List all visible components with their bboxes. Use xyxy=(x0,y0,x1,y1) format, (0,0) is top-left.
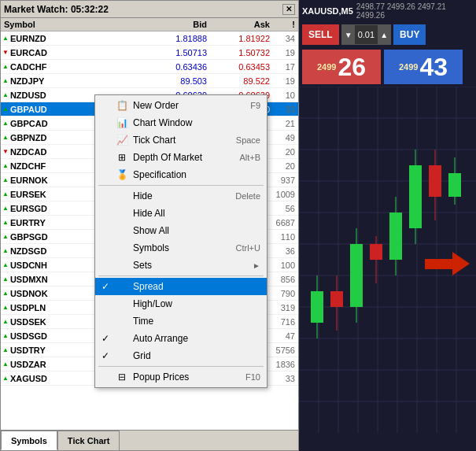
menu-item-hide[interactable]: HideDelete xyxy=(95,187,267,205)
arrow-annotation xyxy=(425,252,470,275)
menu-item-tick-chart[interactable]: 📈Tick ChartSpace xyxy=(95,131,267,149)
spread-value: 20 xyxy=(273,161,297,171)
menu-item-chart-window[interactable]: 📊Chart Window xyxy=(95,114,267,131)
submenu-arrow-icon: ► xyxy=(253,261,260,270)
sell-price-big: 26 xyxy=(338,54,366,79)
bid-price: 1.50713 xyxy=(147,48,210,57)
bid-price: 1.81888 xyxy=(147,34,210,43)
menu-label: Show All xyxy=(133,225,169,236)
spread-value: 319 xyxy=(273,303,297,312)
arrow-up-icon: ▲ xyxy=(2,332,9,339)
main-container: Market Watch: 05:32:22 ✕ Symbol Bid Ask … xyxy=(0,0,476,451)
shortcut-label: Delete xyxy=(235,191,260,201)
symbol-row[interactable]: ▲ CADCHF 0.63436 0.63453 17 xyxy=(1,60,298,74)
close-button[interactable]: ✕ xyxy=(282,4,295,15)
menu-label: Auto Arrange xyxy=(133,333,188,344)
empty-icon xyxy=(116,259,128,272)
shortcut-label: Ctrl+U xyxy=(236,243,260,253)
chart-header: XAUUSD,M5 2498.77 2499.26 2497.21 2499.2… xyxy=(299,0,476,22)
symbol-row[interactable]: ▲ NZDJPY 89.503 89.522 19 xyxy=(1,74,298,88)
spec-icon: 🏅 xyxy=(116,168,128,181)
menu-item-auto-arrange[interactable]: ✓Auto Arrange xyxy=(95,330,267,347)
arrow-up-icon: ▲ xyxy=(2,176,9,183)
arrow-up-icon: ▲ xyxy=(2,35,9,42)
menu-item-hide-all[interactable]: Hide All xyxy=(95,205,267,222)
chart-area: XAUUSD,M5 2498.77 2499.26 2497.21 2499.2… xyxy=(299,0,476,451)
arrow-down-icon: ▼ xyxy=(2,148,9,155)
chart-icon: 📊 xyxy=(116,116,128,129)
chart-symbol: XAUUSD,M5 xyxy=(302,6,353,16)
empty-icon xyxy=(116,349,128,362)
menu-label: Hide xyxy=(133,190,153,201)
chart-prices: 2498.77 2499.26 2497.21 2499.26 xyxy=(356,2,473,20)
tick-icon: 📈 xyxy=(116,134,128,146)
menu-separator xyxy=(98,275,264,276)
menu-item-depth-market[interactable]: ⊞Depth Of MarketAlt+B xyxy=(95,149,267,166)
column-headers: Symbol Bid Ask ! xyxy=(1,18,298,31)
symbol-row[interactable]: ▼ EURCAD 1.50713 1.50732 19 xyxy=(1,46,298,60)
col-ask: Ask xyxy=(210,19,273,30)
menu-item-specification[interactable]: 🏅Specification xyxy=(95,166,267,183)
buy-button[interactable]: BUY xyxy=(393,24,426,45)
order-icon: 📋 xyxy=(116,99,128,112)
spread-value: 5756 xyxy=(273,346,297,355)
arrow-up-icon: ▲ xyxy=(2,219,9,226)
bottom-tabs: Symbols Tick Chart xyxy=(1,430,298,450)
spread-value: 1009 xyxy=(273,190,297,199)
arrow-up-icon: ▲ xyxy=(2,205,9,212)
spread-value: 33 xyxy=(273,374,297,383)
buy-price-main: 2499 xyxy=(399,62,418,72)
menu-item-high-low[interactable]: High/Low xyxy=(95,295,267,312)
menu-item-time[interactable]: Time xyxy=(95,312,267,330)
spread-value: 56 xyxy=(273,204,297,213)
tab-tick-chart[interactable]: Tick Chart xyxy=(57,431,120,450)
check-mark: ✓ xyxy=(101,333,114,344)
spread-value: 49 xyxy=(273,133,297,142)
menu-label: Specification xyxy=(133,169,186,180)
arrow-up-icon: ▲ xyxy=(2,63,9,70)
lot-increment[interactable]: ▲ xyxy=(378,24,390,45)
buy-price-big: 43 xyxy=(419,54,448,79)
empty-icon xyxy=(116,242,128,254)
symbol-row[interactable]: ▲ EURNZD 1.81888 1.81922 34 xyxy=(1,31,298,46)
lot-decrement[interactable]: ▼ xyxy=(342,24,355,45)
arrow-up-icon: ▲ xyxy=(2,134,9,141)
menu-item-symbols[interactable]: SymbolsCtrl+U xyxy=(95,239,267,257)
menu-item-grid[interactable]: ✓Grid xyxy=(95,347,267,364)
bid-price: 89.503 xyxy=(147,76,210,86)
spread-value: 17 xyxy=(273,62,297,72)
candlestick-chart xyxy=(299,87,476,433)
menu-label: Depth Of Market xyxy=(133,152,202,163)
arrow-up-icon: ▲ xyxy=(2,275,9,283)
buy-price-box[interactable]: 2499 43 xyxy=(384,50,463,84)
menu-label: New Order xyxy=(133,100,179,111)
sell-price-main: 2499 xyxy=(317,62,336,72)
spread-value: 1836 xyxy=(273,360,297,369)
menu-separator xyxy=(98,366,264,367)
price-display: 2499 26 2499 43 xyxy=(299,47,476,87)
arrow-up-icon: ▲ xyxy=(2,290,9,297)
arrow-down-icon: ▼ xyxy=(2,49,9,56)
tab-symbols[interactable]: Symbols xyxy=(1,431,57,450)
depth-icon: ⊞ xyxy=(116,151,128,164)
sell-price-box[interactable]: 2499 26 xyxy=(302,50,381,84)
spread-value: 790 xyxy=(273,289,297,298)
spread-value: 110 xyxy=(273,232,297,242)
empty-icon xyxy=(116,298,128,310)
menu-item-sets[interactable]: Sets► xyxy=(95,257,267,274)
empty-icon xyxy=(116,190,128,202)
spread-value: 21 xyxy=(273,119,297,128)
shortcut-label: Alt+B xyxy=(239,153,260,162)
menu-item-popup-prices[interactable]: ⊟Popup PricesF10 xyxy=(95,368,267,386)
menu-item-new-order[interactable]: 📋New OrderF9 xyxy=(95,97,267,114)
menu-label: Popup Prices xyxy=(133,372,189,383)
check-mark: ✓ xyxy=(101,281,114,292)
sell-button[interactable]: SELL xyxy=(302,24,339,45)
arrow-up-icon: ▲ xyxy=(2,91,9,98)
menu-label: Sets xyxy=(133,260,152,271)
shortcut-label: F9 xyxy=(250,101,260,110)
context-menu: 📋New OrderF9📊Chart Window📈Tick ChartSpac… xyxy=(94,94,268,388)
menu-item-spread[interactable]: ✓Spread xyxy=(95,278,267,295)
spread-value: 34 xyxy=(273,34,297,43)
menu-item-show-all[interactable]: Show All xyxy=(95,222,267,239)
